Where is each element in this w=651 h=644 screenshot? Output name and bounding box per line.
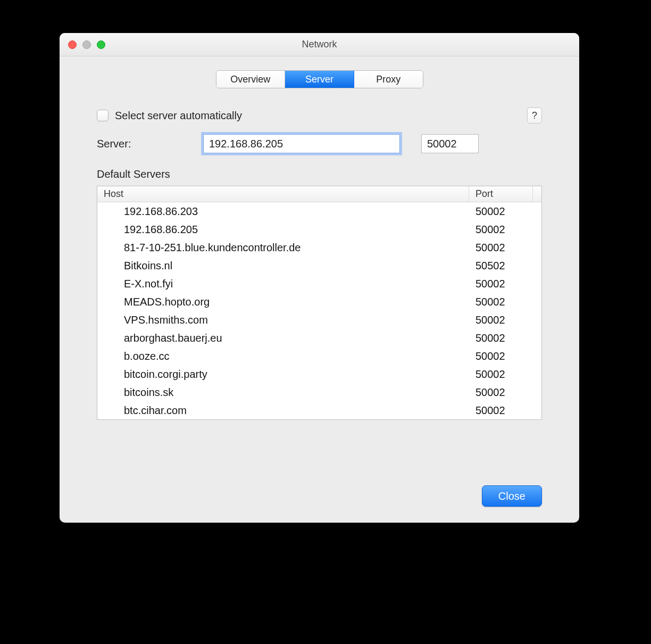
window-zoom-button[interactable] — [97, 40, 105, 49]
close-button[interactable]: Close — [482, 485, 542, 507]
port-input[interactable] — [421, 134, 479, 153]
auto-select-label: Select server automatically — [115, 110, 527, 122]
table-header[interactable]: Host Port — [97, 186, 541, 202]
cell-port: 50002 — [469, 296, 533, 308]
tab-proxy[interactable]: Proxy — [354, 71, 423, 88]
default-servers-table: Host Port 192.168.86.20350002192.168.86.… — [97, 186, 542, 420]
server-row: Server: — [97, 134, 542, 153]
table-row[interactable]: Bitkoins.nl50502 — [97, 257, 541, 275]
cell-host: Bitkoins.nl — [97, 260, 469, 272]
table-body[interactable]: 192.168.86.20350002192.168.86.2055000281… — [97, 202, 541, 419]
cell-port: 50002 — [469, 386, 533, 399]
table-row[interactable]: btc.cihar.com50002 — [97, 401, 541, 419]
cell-port: 50002 — [469, 314, 533, 326]
cell-port: 50002 — [469, 205, 533, 218]
cell-host: btc.cihar.com — [97, 404, 469, 417]
cell-port: 50002 — [469, 332, 533, 344]
cell-port: 50002 — [469, 278, 533, 290]
table-row[interactable]: 192.168.86.20550002 — [97, 220, 541, 238]
dialog-footer: Close — [60, 475, 579, 523]
tab-overview[interactable]: Overview — [216, 71, 286, 88]
table-row[interactable]: bitcoins.sk50002 — [97, 383, 541, 401]
help-button[interactable]: ? — [527, 108, 542, 123]
server-input[interactable] — [203, 134, 400, 153]
cell-port: 50002 — [469, 404, 533, 417]
cell-host: bitcoin.corgi.party — [97, 368, 469, 381]
cell-port: 50002 — [469, 224, 533, 236]
column-end — [533, 186, 541, 202]
titlebar[interactable]: Network — [60, 33, 579, 56]
cell-host: arborghast.bauerj.eu — [97, 332, 469, 344]
auto-select-row: Select server automatically ? — [97, 108, 542, 123]
column-host[interactable]: Host — [97, 186, 469, 202]
cell-host: 81-7-10-251.blue.kundencontroller.de — [97, 242, 469, 254]
cell-host: MEADS.hopto.org — [97, 296, 469, 308]
window-close-button[interactable] — [68, 40, 77, 49]
server-label: Server: — [97, 138, 203, 150]
window-minimize-button[interactable] — [82, 40, 91, 49]
window-title: Network — [60, 39, 579, 50]
cell-host: VPS.hsmiths.com — [97, 314, 469, 326]
cell-host: b.ooze.cc — [97, 350, 469, 362]
table-row[interactable]: 192.168.86.20350002 — [97, 202, 541, 220]
default-servers-label: Default Servers — [97, 168, 542, 180]
table-row[interactable]: E-X.not.fyi50002 — [97, 275, 541, 293]
column-port[interactable]: Port — [469, 186, 533, 202]
dialog-content: Overview Server Proxy Select server auto… — [60, 56, 579, 475]
cell-host: bitcoins.sk — [97, 386, 469, 399]
traffic-lights — [60, 40, 105, 49]
auto-select-checkbox[interactable] — [97, 110, 108, 121]
network-dialog: Network Overview Server Proxy Select ser… — [60, 33, 579, 523]
table-row[interactable]: 81-7-10-251.blue.kundencontroller.de5000… — [97, 238, 541, 257]
table-row[interactable]: arborghast.bauerj.eu50002 — [97, 329, 541, 347]
cell-port: 50002 — [469, 350, 533, 362]
tab-bar: Overview Server Proxy — [216, 70, 423, 88]
cell-host: E-X.not.fyi — [97, 278, 469, 290]
cell-port: 50002 — [469, 242, 533, 254]
cell-host: 192.168.86.205 — [97, 224, 469, 236]
cell-host: 192.168.86.203 — [97, 205, 469, 218]
table-row[interactable]: MEADS.hopto.org50002 — [97, 293, 541, 311]
cell-port: 50502 — [469, 260, 533, 272]
table-row[interactable]: bitcoin.corgi.party50002 — [97, 365, 541, 383]
tab-server[interactable]: Server — [285, 71, 354, 88]
table-row[interactable]: VPS.hsmiths.com50002 — [97, 311, 541, 329]
cell-port: 50002 — [469, 368, 533, 381]
table-row[interactable]: b.ooze.cc50002 — [97, 347, 541, 365]
